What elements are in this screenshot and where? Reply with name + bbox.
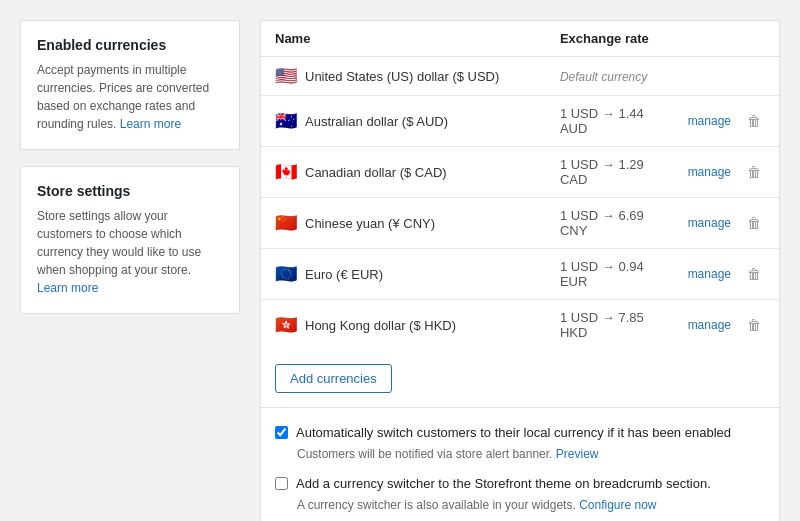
table-row: 🇦🇺 Australian dollar ($ AUD) 1 USD → 1.4… [261, 96, 779, 147]
exchange-rate-cell: Default currency [546, 57, 674, 96]
actions-cell: manage 🗑 [674, 198, 779, 249]
actions-container: manage 🗑 [688, 264, 765, 284]
manage-link-aud[interactable]: manage [688, 114, 731, 128]
actions-cell: manage 🗑 [674, 147, 779, 198]
currency-name: 🇪🇺 Euro (€ EUR) [275, 265, 532, 283]
checkbox-block-1: Add a currency switcher to the Storefron… [275, 475, 765, 514]
exchange-rate-cell: 1 USD → 6.69 CNY [546, 198, 674, 249]
currency-label: Hong Kong dollar ($ HKD) [305, 318, 456, 333]
currency-label: Euro (€ EUR) [305, 267, 383, 282]
store-settings-checkboxes-section: Automatically switch customers to their … [261, 407, 779, 521]
store-settings-desc: Store settings allow your customers to c… [37, 207, 223, 297]
checkbox-link-1[interactable]: Configure now [579, 498, 656, 512]
flag-cad: 🇨🇦 [275, 163, 297, 181]
checkbox-desc-0: Customers will be notified via store ale… [297, 446, 765, 463]
add-currencies-button[interactable]: Add currencies [275, 364, 392, 393]
table-row: 🇨🇳 Chinese yuan (¥ CNY) 1 USD → 6.69 CNY… [261, 198, 779, 249]
checkbox-link-0[interactable]: Preview [556, 447, 599, 461]
default-currency-label: Default currency [560, 70, 647, 84]
table-row: 🇨🇦 Canadian dollar ($ CAD) 1 USD → 1.29 … [261, 147, 779, 198]
actions-cell: manage 🗑 [674, 300, 779, 351]
exchange-rate-cell: 1 USD → 1.44 AUD [546, 96, 674, 147]
currency-name-cell: 🇦🇺 Australian dollar ($ AUD) [261, 96, 546, 147]
store-settings-learn-more[interactable]: Learn more [37, 281, 98, 295]
flag-cny: 🇨🇳 [275, 214, 297, 232]
currency-name: 🇺🇸 United States (US) dollar ($ USD) [275, 67, 532, 85]
right-panel: Name Exchange rate 🇺🇸 United States (US)… [260, 20, 780, 521]
store-settings-title: Store settings [37, 183, 223, 199]
table-row: 🇺🇸 United States (US) dollar ($ USD) Def… [261, 57, 779, 96]
currency-name: 🇭🇰 Hong Kong dollar ($ HKD) [275, 316, 532, 334]
currency-name: 🇨🇦 Canadian dollar ($ CAD) [275, 163, 532, 181]
manage-link-eur[interactable]: manage [688, 267, 731, 281]
currency-table: Name Exchange rate 🇺🇸 United States (US)… [261, 21, 779, 407]
currency-name: 🇦🇺 Australian dollar ($ AUD) [275, 112, 532, 130]
delete-icon-cad[interactable]: 🗑 [743, 162, 765, 182]
exchange-rate-cell: 1 USD → 0.94 EUR [546, 249, 674, 300]
enabled-currencies-title: Enabled currencies [37, 37, 223, 53]
store-settings-left-section: Store settings Store settings allow your… [20, 166, 240, 314]
exchange-rate-value: 1 USD → 1.44 AUD [560, 106, 644, 136]
actions-cell [674, 57, 779, 96]
exchange-rate-cell: 1 USD → 1.29 CAD [546, 147, 674, 198]
add-currencies-cell: Add currencies [261, 350, 779, 407]
currency-name-cell: 🇺🇸 United States (US) dollar ($ USD) [261, 57, 546, 96]
manage-link-hkd[interactable]: manage [688, 318, 731, 332]
delete-icon-aud[interactable]: 🗑 [743, 111, 765, 131]
currency-name-cell: 🇪🇺 Euro (€ EUR) [261, 249, 546, 300]
table-row: 🇭🇰 Hong Kong dollar ($ HKD) 1 USD → 7.85… [261, 300, 779, 351]
exchange-rate-value: 1 USD → 7.85 HKD [560, 310, 644, 340]
currency-label: Chinese yuan (¥ CNY) [305, 216, 435, 231]
exchange-rate-value: 1 USD → 1.29 CAD [560, 157, 644, 187]
manage-link-cny[interactable]: manage [688, 216, 731, 230]
manage-link-cad[interactable]: manage [688, 165, 731, 179]
exchange-rate-value: 1 USD → 6.69 CNY [560, 208, 644, 238]
currency-name-cell: 🇨🇦 Canadian dollar ($ CAD) [261, 147, 546, 198]
currency-label: Australian dollar ($ AUD) [305, 114, 448, 129]
delete-icon-hkd[interactable]: 🗑 [743, 315, 765, 335]
left-panel: Enabled currencies Accept payments in mu… [20, 20, 240, 521]
checkbox-row-1: Add a currency switcher to the Storefron… [275, 475, 765, 493]
flag-hkd: 🇭🇰 [275, 316, 297, 334]
delete-icon-cny[interactable]: 🗑 [743, 213, 765, 233]
actions-container: manage 🗑 [688, 162, 765, 182]
exchange-rate-cell: 1 USD → 7.85 HKD [546, 300, 674, 351]
checkbox-label-1[interactable]: Add a currency switcher to the Storefron… [296, 475, 711, 493]
col-actions [674, 21, 779, 57]
checkbox-label-0[interactable]: Automatically switch customers to their … [296, 424, 731, 442]
actions-container: manage 🗑 [688, 213, 765, 233]
actions-container: manage 🗑 [688, 111, 765, 131]
enabled-currencies-section: Enabled currencies Accept payments in mu… [20, 20, 240, 150]
enabled-currencies-desc: Accept payments in multiple currencies. … [37, 61, 223, 133]
currency-label: United States (US) dollar ($ USD) [305, 69, 499, 84]
checkbox-row-0: Automatically switch customers to their … [275, 424, 765, 442]
currency-name-cell: 🇭🇰 Hong Kong dollar ($ HKD) [261, 300, 546, 351]
delete-icon-eur[interactable]: 🗑 [743, 264, 765, 284]
actions-cell: manage 🗑 [674, 249, 779, 300]
col-exchange-rate: Exchange rate [546, 21, 674, 57]
currency-name-cell: 🇨🇳 Chinese yuan (¥ CNY) [261, 198, 546, 249]
flag-aud: 🇦🇺 [275, 112, 297, 130]
checkbox-currency-switcher[interactable] [275, 477, 288, 490]
checkbox-desc-1: A currency switcher is also available in… [297, 497, 765, 514]
actions-cell: manage 🗑 [674, 96, 779, 147]
currency-label: Canadian dollar ($ CAD) [305, 165, 447, 180]
flag-usd: 🇺🇸 [275, 67, 297, 85]
checkbox-auto-switch[interactable] [275, 426, 288, 439]
currency-name: 🇨🇳 Chinese yuan (¥ CNY) [275, 214, 532, 232]
enabled-currencies-learn-more[interactable]: Learn more [120, 117, 181, 131]
checkbox-block-0: Automatically switch customers to their … [275, 424, 765, 463]
actions-container: manage 🗑 [688, 315, 765, 335]
col-name: Name [261, 21, 546, 57]
exchange-rate-value: 1 USD → 0.94 EUR [560, 259, 644, 289]
table-row: 🇪🇺 Euro (€ EUR) 1 USD → 0.94 EUR manage … [261, 249, 779, 300]
flag-eur: 🇪🇺 [275, 265, 297, 283]
